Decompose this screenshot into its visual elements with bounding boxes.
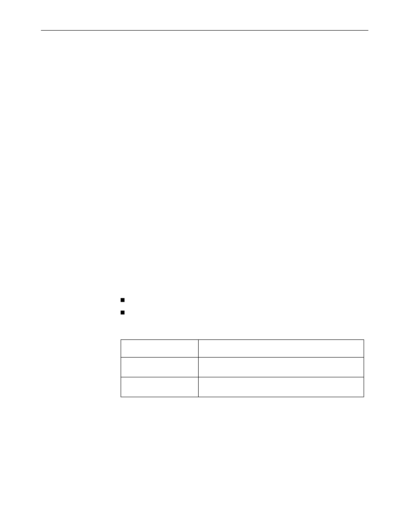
table-row [121,340,364,358]
header-rule [41,30,368,31]
table-cell [199,358,364,377]
data-table [121,339,364,397]
page [0,0,411,532]
bullet-square-icon [121,311,125,314]
bullet-item [121,310,366,314]
table-row [121,377,364,397]
bullet-square-icon [121,298,125,302]
content-block [121,297,366,397]
table-cell [121,358,199,377]
table-row [121,358,364,377]
table-cell [199,340,364,358]
table-cell [199,377,364,397]
table-cell [121,340,199,358]
table-cell [121,377,199,397]
bullet-item [121,297,366,302]
